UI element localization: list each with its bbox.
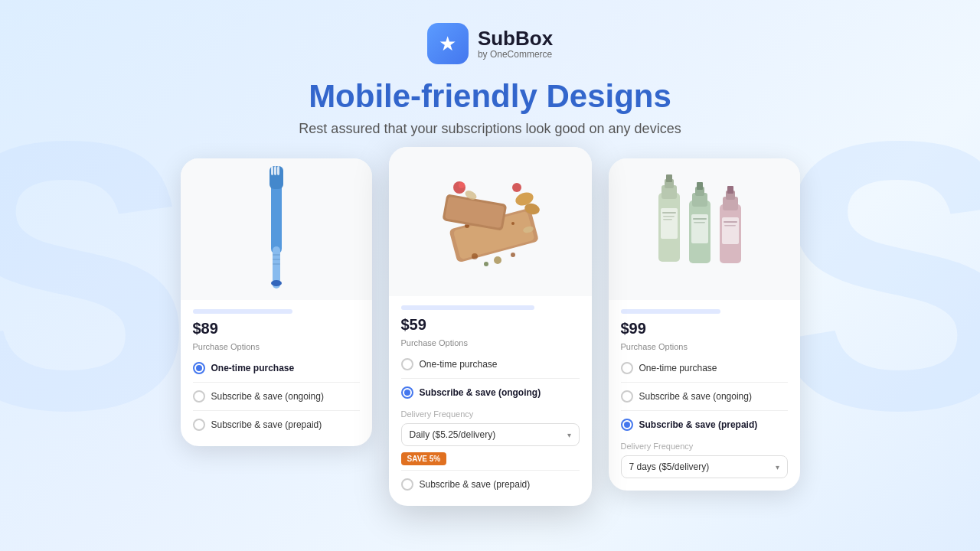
food-svg (406, 157, 574, 287)
radio-subscribe-ongoing-right[interactable] (621, 390, 633, 403)
price-bottles: $99 (621, 320, 788, 337)
divider-center1 (401, 378, 580, 379)
svg-rect-36 (663, 216, 675, 217)
delivery-value-right: 7 days ($5/delivery) (629, 461, 710, 472)
svg-point-16 (511, 222, 514, 225)
radio-inner-center (404, 390, 410, 396)
svg-point-23 (512, 183, 521, 192)
card-toothbrush: $89 Purchase Options One-time purchase S… (181, 158, 372, 446)
price-food: $59 (401, 316, 580, 334)
product-image-bottles (609, 158, 800, 300)
svg-rect-44 (694, 222, 705, 223)
page-title: Mobile-friendly Designs (309, 78, 671, 115)
radio-one-time-right[interactable] (621, 362, 633, 374)
svg-rect-48 (727, 186, 733, 194)
option-label-ongoing-left: Subscribe & save (ongoing) (211, 391, 324, 402)
svg-rect-4 (274, 166, 276, 175)
svg-point-24 (472, 253, 478, 259)
purchase-options-label-left: Purchase Options (193, 342, 360, 351)
star-icon: ★ (439, 32, 456, 56)
delivery-dropdown-center[interactable]: Daily ($5.25/delivery) ▾ (401, 423, 580, 446)
option-one-time-left[interactable]: One-time purchase (193, 359, 360, 377)
logo-subtitle: by OneCommerce (478, 49, 553, 60)
save-badge-center: SAVE 5% (401, 452, 447, 465)
divider-right1 (621, 382, 788, 383)
svg-rect-3 (271, 166, 273, 175)
svg-point-27 (511, 253, 515, 257)
radio-subscribe-ongoing-center[interactable] (401, 386, 413, 399)
radio-subscribe-prepaid-center[interactable] (401, 478, 413, 491)
price-bar (193, 309, 293, 314)
price-bar-right (621, 309, 721, 314)
svg-point-25 (484, 262, 488, 266)
option-subscribe-prepaid-left[interactable]: Subscribe & save (prepaid) (193, 416, 360, 434)
option-one-time-center[interactable]: One-time purchase (401, 355, 580, 373)
svg-rect-37 (663, 219, 672, 220)
svg-rect-8 (273, 263, 280, 265)
price-bar-food (401, 305, 535, 310)
radio-inner (196, 365, 202, 371)
card-body-food: $59 Purchase Options One-time purchase S… (389, 296, 592, 506)
radio-subscribe-prepaid-right[interactable] (621, 419, 633, 431)
delivery-dropdown-right[interactable]: 7 days ($5/delivery) ▾ (621, 455, 788, 478)
svg-point-9 (271, 280, 282, 286)
option-subscribe-ongoing-right[interactable]: Subscribe & save (ongoing) (621, 387, 788, 406)
bottles-svg (628, 170, 781, 289)
option-subscribe-ongoing-center[interactable]: Subscribe & save (ongoing) (401, 383, 580, 402)
product-image-toothbrush (181, 158, 372, 300)
delivery-freq-label-center: Delivery Frequency (401, 409, 580, 419)
svg-point-26 (494, 256, 501, 264)
radio-subscribe-prepaid-left[interactable] (193, 419, 205, 431)
svg-rect-50 (724, 221, 737, 223)
purchase-options-label-center: Purchase Options (401, 338, 580, 347)
svg-rect-33 (666, 174, 672, 182)
radio-one-time-center[interactable] (401, 358, 413, 370)
divider-center2 (401, 470, 580, 471)
price-toothbrush: $89 (193, 320, 360, 337)
delivery-freq-label-right: Delivery Frequency (621, 442, 788, 451)
svg-rect-6 (273, 254, 280, 256)
option-label-one-time-center: One-time purchase (420, 359, 498, 370)
card-body-toothbrush: $89 Purchase Options One-time purchase S… (181, 300, 372, 446)
divider-right2 (621, 410, 788, 411)
cards-container: $89 Purchase Options One-time purchase S… (0, 137, 980, 506)
logo-title: SubBox (478, 28, 553, 50)
svg-rect-51 (724, 225, 736, 227)
product-image-food (389, 147, 592, 296)
card-bottles: $99 Purchase Options One-time purchase S… (609, 158, 800, 491)
option-label-one-time-right: One-time purchase (639, 363, 717, 373)
logo-row: ★ SubBox by OneCommerce (427, 23, 553, 64)
chevron-down-icon-right: ▾ (776, 463, 779, 471)
card-food: $59 Purchase Options One-time purchase S… (389, 147, 592, 506)
option-subscribe-prepaid-center[interactable]: Subscribe & save (prepaid) (401, 475, 580, 494)
chevron-down-icon: ▾ (567, 431, 571, 439)
radio-subscribe-ongoing-left[interactable] (193, 390, 205, 403)
logo-icon: ★ (427, 23, 469, 64)
option-label-prepaid-left: Subscribe & save (prepaid) (211, 419, 322, 430)
radio-inner-right (624, 422, 630, 428)
svg-rect-18 (445, 196, 505, 227)
option-label-ongoing-center: Subscribe & save (ongoing) (420, 387, 541, 398)
option-subscribe-ongoing-left[interactable]: Subscribe & save (ongoing) (193, 387, 360, 406)
option-label-one-time-left: One-time purchase (211, 363, 295, 373)
option-subscribe-prepaid-right[interactable]: Subscribe & save (prepaid) (621, 416, 788, 434)
toothbrush-svg (246, 162, 307, 296)
logo-text-block: SubBox by OneCommerce (478, 28, 553, 60)
option-one-time-right[interactable]: One-time purchase (621, 359, 788, 377)
radio-one-time-left[interactable] (193, 362, 205, 374)
page-subtitle: Rest assured that your subscriptions loo… (299, 121, 681, 137)
option-label-prepaid-right: Subscribe & save (prepaid) (639, 419, 758, 430)
svg-rect-35 (662, 212, 676, 214)
header: ★ SubBox by OneCommerce Mobile-friendly … (0, 0, 980, 137)
option-label-ongoing-right: Subscribe & save (ongoing) (639, 391, 752, 402)
option-label-prepaid-center: Subscribe & save (prepaid) (420, 479, 531, 490)
delivery-value-center: Daily ($5.25/delivery) (410, 429, 496, 440)
purchase-options-label-right: Purchase Options (621, 342, 788, 351)
divider (193, 382, 360, 383)
svg-point-22 (459, 182, 465, 188)
svg-rect-7 (273, 259, 280, 260)
svg-rect-41 (697, 182, 703, 190)
svg-rect-43 (693, 218, 707, 220)
card-body-bottles: $99 Purchase Options One-time purchase S… (609, 300, 800, 491)
divider2 (193, 410, 360, 411)
